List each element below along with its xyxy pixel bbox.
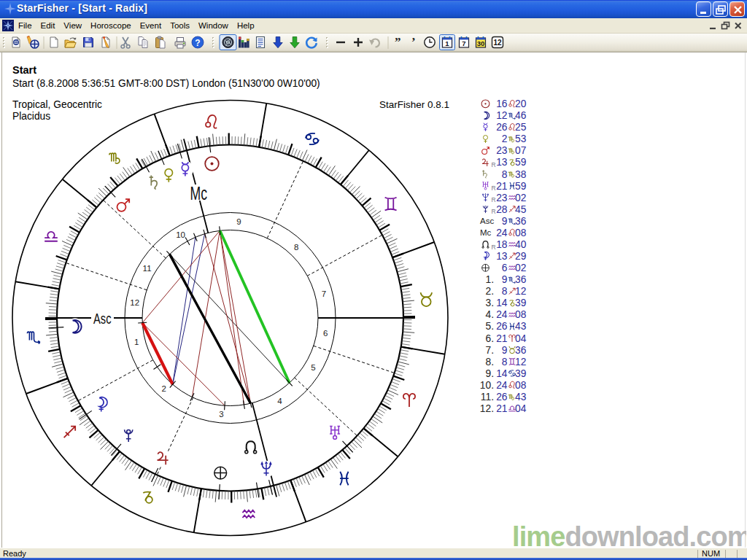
svg-text:9: 9	[502, 216, 508, 227]
svg-text:8: 8	[294, 243, 298, 252]
svg-text:8.: 8.	[485, 357, 494, 368]
svg-text:59: 59	[515, 157, 527, 168]
svg-text:9: 9	[502, 345, 508, 356]
svg-text:21: 21	[496, 403, 507, 414]
svg-text:8: 8	[502, 357, 508, 368]
svg-text:Mc: Mc	[480, 228, 492, 237]
svg-text:28: 28	[496, 204, 508, 215]
svg-text:R: R	[492, 244, 496, 251]
svg-text:’: ’	[411, 35, 416, 49]
svg-text:2.: 2.	[485, 286, 494, 297]
svg-text:11.: 11.	[481, 392, 494, 402]
svg-text:5: 5	[311, 363, 315, 372]
svg-text:46: 46	[515, 110, 527, 121]
svg-text:2: 2	[162, 384, 166, 393]
svg-text:08: 08	[515, 309, 527, 320]
svg-text:8: 8	[502, 169, 508, 180]
svg-text:StarFisher 0.8.1: StarFisher 0.8.1	[379, 99, 449, 110]
svg-text:Mc: Mc	[190, 182, 208, 204]
svg-text:23: 23	[496, 192, 508, 203]
svg-text:8: 8	[502, 286, 508, 297]
svg-text:12: 12	[130, 298, 139, 307]
svg-text:”: ”	[395, 35, 401, 49]
svg-text:12.: 12.	[480, 403, 494, 414]
svg-text:R: R	[492, 208, 496, 215]
svg-text:4: 4	[277, 397, 282, 405]
svg-text:R: R	[492, 196, 496, 203]
svg-text:R: R	[492, 184, 496, 192]
svg-text:29: 29	[515, 251, 527, 262]
svg-text:21: 21	[496, 181, 507, 192]
svg-text:02: 02	[515, 262, 526, 273]
svg-text:45: 45	[515, 204, 527, 215]
svg-text:5.: 5.	[485, 321, 494, 332]
svg-text:26: 26	[496, 122, 508, 133]
svg-text:04: 04	[515, 333, 527, 344]
svg-text:21: 21	[496, 333, 507, 344]
svg-text:10: 10	[176, 230, 185, 239]
svg-text:38: 38	[515, 169, 527, 180]
svg-text:14: 14	[496, 368, 508, 379]
svg-text:39: 39	[515, 368, 527, 379]
svg-text:26: 26	[496, 321, 508, 332]
svg-text:26: 26	[496, 392, 508, 402]
svg-text:12: 12	[496, 110, 507, 121]
svg-text:36: 36	[515, 274, 527, 285]
svg-text:Tropical, Geocentric: Tropical, Geocentric	[12, 99, 102, 110]
svg-text:43: 43	[515, 392, 527, 402]
svg-text:40: 40	[515, 239, 527, 250]
svg-text:1.: 1.	[485, 274, 494, 285]
svg-text:1: 1	[445, 39, 449, 47]
svg-text:3.: 3.	[485, 298, 494, 308]
svg-text:08: 08	[515, 228, 527, 238]
svg-text:9: 9	[502, 274, 508, 285]
svg-text:14: 14	[496, 298, 508, 308]
svg-text:7.: 7.	[485, 345, 494, 356]
svg-text:12: 12	[493, 39, 502, 47]
svg-text:20: 20	[515, 98, 527, 109]
svg-text:1: 1	[134, 338, 139, 346]
svg-text:23: 23	[496, 145, 508, 156]
svg-text:2: 2	[502, 133, 508, 144]
svg-text:13: 13	[496, 251, 508, 262]
svg-text:Start: Start	[12, 64, 36, 76]
svg-text:04: 04	[515, 403, 527, 414]
svg-text:3: 3	[219, 410, 223, 419]
svg-text:13: 13	[496, 157, 508, 168]
svg-text:4.: 4.	[485, 309, 494, 320]
svg-text:24: 24	[496, 228, 508, 238]
svg-text:36: 36	[515, 345, 527, 356]
svg-text:7: 7	[322, 289, 326, 298]
svg-text:39: 39	[515, 298, 527, 308]
svg-text:?: ?	[195, 38, 200, 48]
svg-text:Asc: Asc	[480, 217, 494, 225]
svg-text:7: 7	[462, 39, 465, 47]
svg-text:24: 24	[496, 309, 508, 320]
svg-text:08: 08	[515, 380, 527, 391]
svg-text:12: 12	[515, 357, 526, 368]
svg-text:R: R	[492, 161, 496, 168]
svg-text:6: 6	[502, 262, 508, 273]
svg-text:limedownload.com: limedownload.com	[512, 521, 746, 549]
svg-text:11: 11	[143, 264, 152, 273]
svg-text:18: 18	[496, 239, 508, 250]
svg-text:Start (8.8.2008 5:36:51 GMT-8:: Start (8.8.2008 5:36:51 GMT-8:00 DST) Lo…	[12, 78, 320, 89]
svg-text:9: 9	[236, 217, 241, 226]
svg-text:6.: 6.	[485, 333, 494, 344]
svg-text:Asc: Asc	[93, 310, 112, 327]
svg-text:25: 25	[515, 122, 527, 133]
svg-text:53: 53	[515, 133, 527, 144]
svg-text:02: 02	[515, 192, 526, 203]
svg-text:6: 6	[323, 329, 328, 338]
svg-text:07: 07	[515, 145, 526, 156]
svg-text:12: 12	[515, 286, 526, 297]
svg-text:30: 30	[477, 39, 485, 47]
svg-text:16: 16	[496, 98, 508, 109]
svg-text:59: 59	[515, 181, 527, 192]
svg-text:24: 24	[496, 380, 508, 391]
svg-text:10.: 10.	[480, 380, 494, 391]
svg-text:9.: 9.	[485, 368, 494, 379]
svg-text:Placidus: Placidus	[12, 111, 50, 122]
svg-text:43: 43	[515, 321, 527, 332]
svg-text:36: 36	[515, 216, 527, 227]
